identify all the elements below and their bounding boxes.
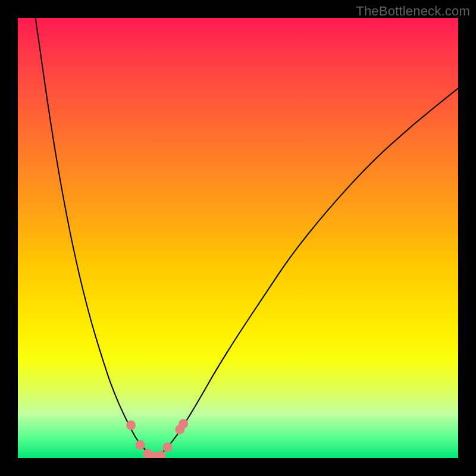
data-marker — [126, 421, 136, 430]
curve-right-branch — [154, 88, 458, 457]
data-marker — [156, 451, 166, 458]
watermark-text: TheBottleneck.com — [356, 4, 470, 19]
data-marker — [163, 443, 173, 452]
curve-svg — [18, 18, 458, 458]
plot-area — [18, 18, 458, 458]
data-marker — [136, 440, 145, 450]
data-marker — [178, 419, 188, 428]
marker-group — [126, 419, 188, 458]
curve-left-branch — [36, 18, 155, 458]
